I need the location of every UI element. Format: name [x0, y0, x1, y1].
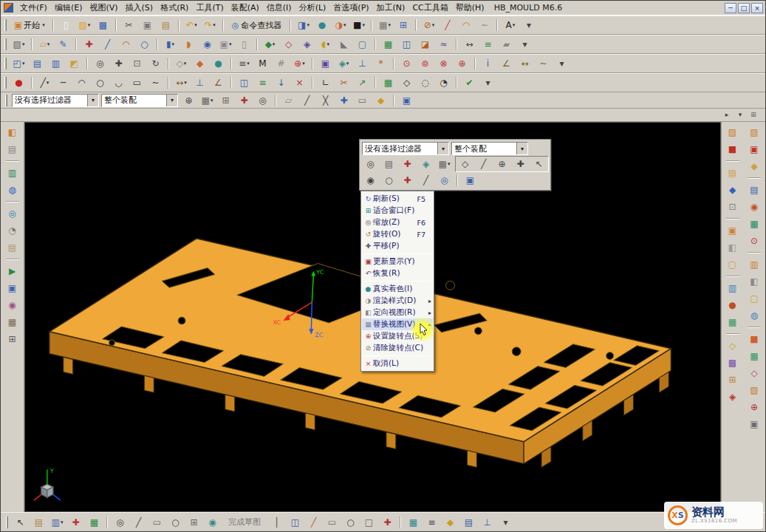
- mould-tool-icon[interactable]: ▣: [724, 223, 741, 238]
- menubar-item[interactable]: 分析(L): [295, 1, 330, 14]
- mirror-feature-icon[interactable]: ◫: [398, 37, 415, 52]
- menubar-item[interactable]: 首选项(P): [329, 1, 372, 14]
- trim-body-icon[interactable]: ◪: [417, 37, 434, 52]
- dropdown-arrow-icon[interactable]: ▾: [61, 519, 64, 525]
- fp-target-icon[interactable]: ⊕: [493, 157, 510, 171]
- mould-tool-icon[interactable]: ⊕: [746, 400, 763, 415]
- rect-tool-icon[interactable]: ▭: [148, 515, 165, 530]
- mould-tool-icon[interactable]: ⊡: [724, 200, 741, 214]
- mould-tool-icon[interactable]: ◈: [724, 389, 741, 404]
- snap-settings-icon[interactable]: ⊕: [180, 93, 197, 108]
- mould-tool-icon[interactable]: ◇: [724, 338, 741, 353]
- explode-icon[interactable]: *: [372, 56, 389, 71]
- mould-tool-icon[interactable]: ◆: [746, 159, 763, 174]
- open-icon[interactable]: ▨▾: [76, 18, 93, 33]
- mould-tool-icon[interactable]: ▦: [746, 216, 763, 231]
- selection-scope-combo[interactable]: 整个装配 ▾: [101, 94, 178, 107]
- studio-mode-icon[interactable]: ●: [210, 56, 227, 71]
- line-annot-icon[interactable]: ╱: [439, 18, 456, 33]
- mould-tool-icon[interactable]: ◍: [746, 308, 763, 323]
- mould-tool-icon[interactable]: ▤: [746, 183, 763, 197]
- layout-icon[interactable]: ▦▾: [376, 18, 393, 33]
- mould-tool-icon[interactable]: ▢: [724, 257, 741, 272]
- divider-icon[interactable]: │: [268, 515, 285, 530]
- wave-icon[interactable]: ~: [535, 56, 552, 71]
- menubar-item[interactable]: 工具(T): [192, 1, 227, 14]
- window-icon[interactable]: ⊞: [185, 515, 202, 530]
- float-scope-combo[interactable]: 整个装配 ▾: [451, 142, 528, 155]
- dropdown-arrow-icon[interactable]: ▾: [211, 98, 213, 103]
- fp-line-icon[interactable]: ╱: [475, 157, 492, 171]
- command-finder-button[interactable]: ◎ 命令查找器: [228, 18, 287, 33]
- perpendicular-icon[interactable]: ⊥: [191, 75, 208, 90]
- iso-view-icon[interactable]: ◩: [66, 56, 83, 71]
- toolbar-grip[interactable]: [5, 95, 7, 106]
- diamond-snap-icon[interactable]: ◆: [372, 93, 389, 108]
- text-tool-icon[interactable]: A▾: [502, 18, 519, 33]
- context-menu-item[interactable]: ✚平移(P): [362, 240, 433, 252]
- more-feature-icon[interactable]: ▾: [516, 37, 533, 52]
- mb3-options-icon[interactable]: ▣: [398, 93, 415, 108]
- add-icon[interactable]: ✚: [67, 515, 84, 530]
- dropdown-arrow-icon[interactable]: ▾: [88, 22, 91, 28]
- pattern-curve-icon[interactable]: ▦: [380, 75, 397, 90]
- list-icon[interactable]: ≡: [423, 515, 440, 530]
- sketch-line-icon[interactable]: ─: [55, 75, 72, 90]
- dropdown-arrow-icon[interactable]: ▾: [346, 61, 349, 66]
- clipboard-icon[interactable]: ▤: [30, 515, 47, 530]
- finish-sketch-icon[interactable]: ✔: [461, 75, 478, 90]
- mould-tool-icon[interactable]: ▣: [746, 417, 763, 432]
- maximize-button[interactable]: □: [738, 3, 750, 13]
- cylinder-icon[interactable]: ▯: [236, 37, 253, 52]
- history-icon[interactable]: ◔: [4, 223, 21, 238]
- close-button[interactable]: ×: [751, 3, 763, 13]
- plus-snap-icon[interactable]: ✚: [335, 93, 352, 108]
- roles-icon[interactable]: ◉: [4, 298, 21, 313]
- fp-mb3-icon[interactable]: ▣: [462, 173, 479, 188]
- more-bottom-icon[interactable]: ▾: [497, 515, 514, 530]
- menubar-item[interactable]: 帮助(H): [452, 1, 488, 14]
- mould-tool-icon[interactable]: ▢: [746, 291, 763, 306]
- mould-tool-icon[interactable]: ◧: [724, 240, 741, 255]
- circle-bottom-icon[interactable]: ○: [342, 515, 359, 530]
- pan-view-icon[interactable]: ✚: [110, 56, 127, 71]
- context-menu-item[interactable]: ◎缩放(Z)F6: [362, 216, 433, 228]
- dropdown-arrow-icon[interactable]: ▾: [326, 41, 329, 47]
- menubar-item[interactable]: 加工(N): [373, 1, 409, 14]
- selection-filter-combo[interactable]: 没有选择过滤器 ▾: [12, 94, 99, 107]
- fp-ring-icon[interactable]: ○: [380, 173, 397, 188]
- mould-tool-icon[interactable]: ▦: [746, 349, 763, 364]
- new-window-icon[interactable]: ⊞: [394, 18, 411, 33]
- mirror-bottom-icon[interactable]: ◫: [287, 515, 304, 530]
- grid-toggle-icon[interactable]: ▦: [86, 515, 103, 530]
- mould-tool-icon[interactable]: ▥: [746, 257, 763, 272]
- fp-slash-icon[interactable]: ╱: [417, 173, 434, 188]
- mould-tool-icon[interactable]: ■: [724, 142, 741, 157]
- front-view-icon[interactable]: ▤: [29, 56, 46, 71]
- assembly-constraints-icon[interactable]: ▣: [317, 56, 334, 71]
- dropdown-arrow-icon[interactable]: ▾: [432, 22, 435, 28]
- menubar-item[interactable]: 文件(F): [16, 1, 51, 14]
- display-black-icon[interactable]: ■▾: [350, 18, 367, 33]
- render-sphere-icon[interactable]: ●: [313, 18, 330, 33]
- manager-icon[interactable]: ▣: [4, 281, 21, 296]
- dropdown-arrow-icon[interactable]: ▾: [194, 22, 197, 28]
- measure-icon[interactable]: ⊘▾: [420, 18, 437, 33]
- pattern-feature-icon[interactable]: ▦: [380, 37, 397, 52]
- move-face-icon[interactable]: ↔: [461, 37, 478, 52]
- menubar-item[interactable]: 信息(I): [263, 1, 295, 14]
- dropdown-arrow-icon[interactable]: ▾: [247, 61, 250, 66]
- fp-snap-icon[interactable]: ◎: [362, 157, 379, 171]
- shaded-view-icon[interactable]: ◑▾: [332, 18, 349, 33]
- dropdown-arrow-icon[interactable]: ▾: [513, 22, 516, 28]
- thicken-icon[interactable]: ▰: [498, 37, 515, 52]
- dock-collapse-icon[interactable]: ▾: [734, 110, 746, 120]
- window-select-icon[interactable]: ⊞: [217, 93, 234, 108]
- dropdown-arrow-icon[interactable]: ▾: [388, 22, 391, 28]
- perp-bottom-icon[interactable]: ⊥: [479, 515, 496, 530]
- view-cube-icon[interactable]: ◨▾: [295, 18, 312, 33]
- hole-icon[interactable]: ◉: [199, 37, 216, 52]
- point-plus-icon[interactable]: ✚: [236, 93, 253, 108]
- revolve-icon[interactable]: ◗: [180, 37, 197, 52]
- top-view-icon[interactable]: ▥: [47, 56, 64, 71]
